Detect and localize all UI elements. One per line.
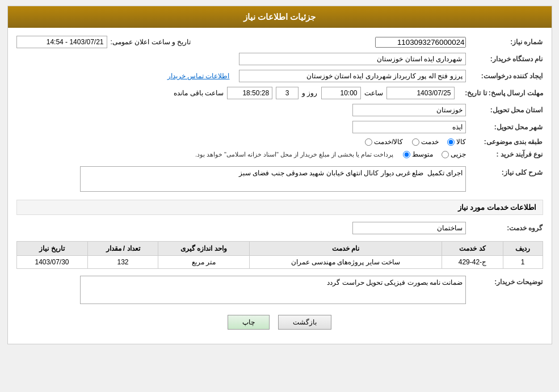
col-quantity: تعداد / مقدار (87, 242, 158, 256)
response-time-label: ساعت (364, 89, 383, 97)
announcement-date-input[interactable] (16, 36, 107, 48)
col-service-code: کد خدمت (442, 242, 503, 256)
col-row-num: ردیف (503, 242, 543, 256)
col-date: تاریخ نیاز (16, 242, 87, 256)
cell-service-code: ج-42-429 (442, 256, 503, 269)
remaining-time-input[interactable] (227, 87, 272, 99)
category-kala-radio[interactable] (447, 138, 455, 146)
cell-date: 1403/07/30 (16, 256, 87, 269)
buyer-notes-row: توضیحات خریدار: ضمانت نامه بصورت فیزیکی … (16, 273, 543, 306)
cell-row-num: 1 (503, 256, 543, 269)
category-kala-label: کالا (456, 138, 466, 146)
cell-unit: متر مربع (158, 256, 249, 269)
category-row: طبقه بندی موضوعی: کالا/خدمت خدمت کالا (16, 136, 543, 148)
purchase-type-jozii-radio[interactable] (442, 151, 449, 158)
table-row: 1 ج-42-429 ساخت سایر پروژه‌های مهندسی عم… (16, 256, 543, 269)
contact-info-link[interactable]: اطلاعات تماس خریدار (167, 72, 230, 80)
need-number-input[interactable] (375, 37, 466, 48)
category-kala-khadamat-radio[interactable] (365, 138, 372, 146)
page-header: جزئیات اطلاعات نیاز (8, 6, 552, 28)
category-khadamat-radio[interactable] (412, 138, 419, 146)
buyer-org-row: نام دستگاه خریدار: (16, 50, 543, 68)
delivery-province-input[interactable] (352, 104, 466, 116)
print-button[interactable]: چاپ (228, 315, 270, 330)
category-radio-group: کالا/خدمت خدمت کالا (365, 138, 465, 146)
response-deadline-label: مهلت ارسال پاسخ: تا تاریخ: (458, 89, 543, 97)
service-group-label: گروه خدمت: (469, 224, 543, 232)
main-content: شماره نیاز: تاریخ و ساعت اعلان عمومی: نا… (8, 28, 552, 344)
purchase-type-jozii-label: جزیی (451, 150, 466, 158)
need-number-label: شماره نیاز: (469, 38, 543, 46)
purchase-type-row: نوع فرآیند خرید : متوسط جزیی پرداخت تمام… (16, 148, 543, 161)
purchase-type-jozii: جزیی (442, 150, 466, 158)
services-table: ردیف کد خدمت نام خدمت واحد اندازه گیری ت… (16, 241, 543, 269)
buyer-notes-textarea[interactable]: ضمانت نامه بصورت فیزیکی تحویل حراست گردد (80, 276, 466, 304)
purchase-type-note: پرداخت تمام یا بخشی از مبلغ خریدار از مح… (195, 151, 394, 158)
services-section-title: اطلاعات خدمات مورد نیاز (16, 200, 543, 215)
purchase-type-label: نوع فرآیند خرید : (469, 150, 543, 158)
need-description-textarea[interactable] (80, 166, 466, 192)
purchase-type-motavasset: متوسط (403, 150, 433, 158)
button-bar: بازگشت چاپ (16, 306, 543, 338)
back-button[interactable]: بازگشت (278, 315, 331, 330)
service-group-input[interactable] (352, 222, 466, 234)
province-row: استان محل تحویل: (16, 102, 543, 119)
delivery-province-label: استان محل تحویل: (469, 106, 543, 114)
need-description-label: شرح کلی نیاز: (469, 166, 543, 176)
creator-input[interactable] (239, 70, 466, 82)
cell-quantity: 132 (87, 256, 158, 269)
purchase-type-motavasset-radio[interactable] (403, 151, 410, 158)
category-khadamat-label: خدمت (421, 138, 439, 146)
category-khadamat: خدمت (412, 138, 439, 146)
buyer-notes-label: توضیحات خریدار: (469, 276, 543, 286)
response-deadline-row: مهلت ارسال پاسخ: تا تاریخ: ساعت روز و سا… (16, 85, 543, 102)
need-description-row: شرح کلی نیاز: (16, 164, 543, 194)
header-title: جزئیات اطلاعات نیاز (243, 12, 316, 22)
col-service-name: نام خدمت (249, 242, 442, 256)
category-kala-khadamat-label: کالا/خدمت (374, 138, 403, 146)
col-unit: واحد اندازه گیری (158, 242, 249, 256)
service-group-row: گروه خدمت: (16, 220, 543, 237)
delivery-city-input[interactable] (352, 121, 466, 133)
remaining-time-label: ساعت باقی مانده (174, 89, 224, 97)
purchase-type-radio-group: متوسط جزیی (403, 150, 466, 158)
response-date-input[interactable] (386, 87, 455, 99)
buyer-org-label: نام دستگاه خریدار: (469, 55, 543, 63)
city-row: شهر محل تحویل: (16, 119, 543, 136)
response-time-input[interactable] (321, 87, 361, 99)
delivery-city-label: شهر محل تحویل: (469, 123, 543, 131)
creator-label: ایجاد کننده درخواست: (469, 72, 543, 80)
cell-service-name: ساخت سایر پروژه‌های مهندسی عمران (249, 256, 442, 269)
services-title-text: اطلاعات خدمات مورد نیاز (458, 203, 537, 212)
purchase-type-motavasset-label: متوسط (412, 150, 433, 158)
category-kala-khadamat: کالا/خدمت (365, 138, 403, 146)
buyer-org-input[interactable] (239, 53, 466, 65)
remaining-days-input[interactable] (276, 87, 299, 99)
category-kala: کالا (447, 138, 466, 146)
page-container: جزئیات اطلاعات نیاز شماره نیاز: تاریخ و … (7, 6, 552, 344)
announcement-date-label: تاریخ و ساعت اعلان عمومی: (111, 38, 191, 46)
need-number-row: شماره نیاز: تاریخ و ساعت اعلان عمومی: (16, 33, 543, 50)
category-label: طبقه بندی موضوعی: (469, 138, 543, 146)
remaining-days-label: روز و (302, 89, 317, 97)
creator-row: ایجاد کننده درخواست: اطلاعات تماس خریدار (16, 68, 543, 85)
